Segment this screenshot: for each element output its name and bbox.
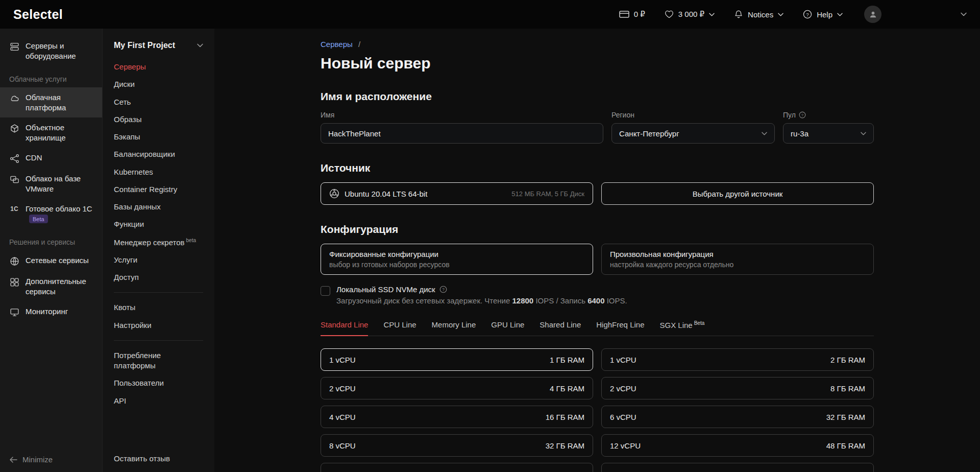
breadcrumb-servers-link[interactable]: Серверы xyxy=(321,40,353,49)
person-icon xyxy=(869,10,877,19)
name-label: Имя xyxy=(321,111,603,119)
region-select[interactable]: Санкт-Петербург xyxy=(611,123,775,144)
section-heading-configuration: Конфигурация xyxy=(321,223,874,235)
ssd-checkbox[interactable] xyxy=(321,286,330,296)
tab-gpu-line[interactable]: GPU Line xyxy=(491,320,524,336)
project-nav-item[interactable]: Функции xyxy=(103,216,214,233)
sidebar-item-label: Облачная платформа xyxy=(26,93,66,112)
config-mode-title: Произвольная конфигурация xyxy=(610,250,865,258)
sidebar-item-label: Объектное хранилище xyxy=(26,123,66,142)
sidebar-item-label: Серверы и оборудование xyxy=(26,41,76,60)
tab-memory-line[interactable]: Memory Line xyxy=(432,320,476,336)
project-nav-item[interactable]: Kubernetes xyxy=(103,163,214,181)
pool-select[interactable]: ru-3a xyxy=(783,123,874,144)
sidebar-item-globe[interactable]: Сетевые сервисы xyxy=(0,250,102,271)
config-option[interactable]: 4 vCPU16 ГБ RAM xyxy=(321,406,593,428)
help-button[interactable]: ? Help xyxy=(803,10,843,19)
source-row: Ubuntu 20.04 LTS 64-bit 512 МБ RAM, 5 ГБ… xyxy=(321,182,874,205)
chevron-down-icon xyxy=(709,13,715,16)
option-ram: 1 ГБ RAM xyxy=(550,356,584,364)
project-nav-item[interactable]: Настройки xyxy=(103,317,214,334)
tab-label: GPU Line xyxy=(491,320,524,329)
sidebar-items: Серверы и оборудованиеОблачные услугиОбл… xyxy=(0,36,102,322)
ubuntu-icon xyxy=(329,188,339,199)
project-nav-item[interactable]: Бэкапы xyxy=(103,128,214,146)
project-nav-item[interactable]: API xyxy=(103,392,214,410)
tab-label: SGX Line xyxy=(659,321,692,329)
sidebar-item-servers[interactable]: Серверы и оборудование xyxy=(0,36,102,66)
balance-button[interactable]: 0 ₽ xyxy=(619,10,645,19)
bonus-button[interactable]: 3 000 ₽ xyxy=(665,10,715,19)
config-option[interactable]: 8 vCPU32 ГБ RAM xyxy=(321,434,593,457)
sidebar-item-onec[interactable]: 1СГотовое облако 1СBeta xyxy=(0,199,102,229)
project-selector[interactable]: My First Project xyxy=(103,39,214,58)
option-cpu: 4 vCPU xyxy=(329,413,356,421)
pool-info-icon[interactable]: ? xyxy=(799,111,806,119)
config-option[interactable]: 24 vCPU96 ГБ RAM xyxy=(601,463,874,472)
config-mode-title: Фиксированные конфигурации xyxy=(329,250,584,258)
sidebar-item-cdn[interactable]: CDN xyxy=(0,148,102,169)
topbar: Selectel 0 ₽ 3 000 ₽ Notices ? Help xyxy=(0,0,980,29)
monitor-icon xyxy=(9,307,19,317)
sidebar-item-vmware[interactable]: Облако на базе VMware xyxy=(0,169,102,199)
option-cpu: 2 vCPU xyxy=(610,384,636,393)
project-nav-item[interactable]: Базы данных xyxy=(103,198,214,216)
option-ram: 32 ГБ RAM xyxy=(826,413,865,421)
bell-icon xyxy=(734,10,743,19)
arrow-left-icon xyxy=(9,457,17,463)
config-option[interactable]: 2 vCPU8 ГБ RAM xyxy=(601,377,874,399)
feedback-link[interactable]: Оставить отзыв xyxy=(103,445,214,472)
minimize-button[interactable]: Minimize xyxy=(0,447,102,472)
ssd-option: Локальный SSD NVMe диск ? Загрузочный ди… xyxy=(321,285,874,305)
tab-shared-line[interactable]: Shared Line xyxy=(540,320,581,336)
sidebar-item-storage[interactable]: Объектное хранилище xyxy=(0,117,102,148)
project-nav-item[interactable]: Доступ xyxy=(103,269,214,286)
tab-sgx-line[interactable]: SGX LineBeta xyxy=(659,320,704,336)
nav-item-label: Функции xyxy=(114,220,144,228)
section-heading-source: Источник xyxy=(321,162,874,174)
notices-button[interactable]: Notices xyxy=(734,10,783,19)
sidebar-item-cloud[interactable]: Облачная платформа xyxy=(0,87,102,117)
app-body: Серверы и оборудованиеОблачные услугиОбл… xyxy=(0,29,980,472)
config-option[interactable]: 1 vCPU2 ГБ RAM xyxy=(601,348,874,371)
selectel-logo[interactable]: Selectel xyxy=(13,7,63,22)
config-option[interactable]: 6 vCPU32 ГБ RAM xyxy=(601,406,874,428)
ssd-info-icon[interactable]: ? xyxy=(439,286,447,293)
tab-standard-line[interactable]: Standard Line xyxy=(321,320,368,336)
config-option[interactable]: 2 vCPU4 ГБ RAM xyxy=(321,377,593,399)
project-nav-item[interactable]: Пользователи xyxy=(103,374,214,392)
config-option[interactable]: 12 vCPU48 ГБ RAM xyxy=(601,434,874,457)
tab-highfreq-line[interactable]: HighFreq Line xyxy=(596,320,644,336)
project-nav-item[interactable]: Диски xyxy=(103,76,214,93)
config-mode-card[interactable]: Произвольная конфигурациянастройка каждо… xyxy=(601,244,874,275)
config-option[interactable]: 1 vCPU1 ГБ RAM xyxy=(321,348,593,371)
sidebar-item-monitor[interactable]: Мониторинг xyxy=(0,301,102,322)
servers-icon xyxy=(9,41,19,52)
tab-cpu-line[interactable]: CPU Line xyxy=(383,320,416,336)
source-card-ubuntu[interactable]: Ubuntu 20.04 LTS 64-bit 512 МБ RAM, 5 ГБ… xyxy=(321,182,593,205)
heart-icon xyxy=(665,10,674,18)
config-mode-card[interactable]: Фиксированные конфигурациивыбор из готов… xyxy=(321,244,593,275)
nav-item-label: Сеть xyxy=(114,98,131,106)
avatar[interactable] xyxy=(864,6,881,23)
nav-item-label: Container Registry xyxy=(114,185,177,194)
project-nav-item[interactable]: Серверы xyxy=(103,58,214,76)
project-nav-item[interactable]: Образы xyxy=(103,111,214,128)
project-nav-item[interactable]: Менеджер секретовbeta xyxy=(103,233,214,251)
project-nav-item[interactable]: Потребление платформы xyxy=(103,347,214,375)
option-cpu: 1 vCPU xyxy=(329,356,356,364)
config-option[interactable]: 16 vCPU64 ГБ RAM xyxy=(321,463,593,472)
choose-other-source-button[interactable]: Выбрать другой источник xyxy=(601,182,874,205)
svg-text:?: ? xyxy=(801,113,803,117)
breadcrumb: Серверы / xyxy=(321,40,874,49)
project-nav-item[interactable]: Квоты xyxy=(103,299,214,316)
project-nav-item[interactable]: Балансировщики xyxy=(103,146,214,163)
sidebar-item-label: Мониторинг xyxy=(26,307,68,316)
project-nav-item[interactable]: Сеть xyxy=(103,93,214,111)
project-nav-item[interactable]: Container Registry xyxy=(103,181,214,198)
server-name-input[interactable] xyxy=(321,123,603,144)
sidebar-item-grid[interactable]: Дополнительные сервисы xyxy=(0,271,102,301)
project-nav-item[interactable]: Услуги xyxy=(103,251,214,269)
nav-item-label: Услуги xyxy=(114,255,137,264)
account-menu-chevron[interactable] xyxy=(961,12,967,16)
